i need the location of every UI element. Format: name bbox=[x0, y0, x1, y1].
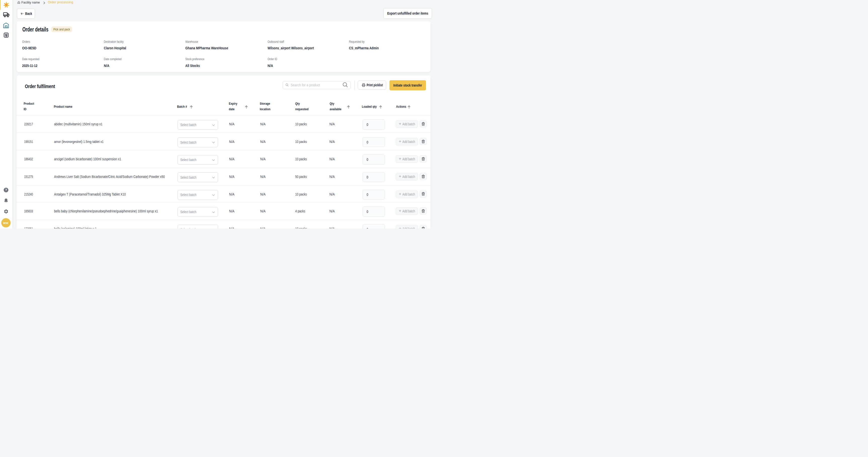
svg-text:?: ? bbox=[5, 188, 7, 192]
